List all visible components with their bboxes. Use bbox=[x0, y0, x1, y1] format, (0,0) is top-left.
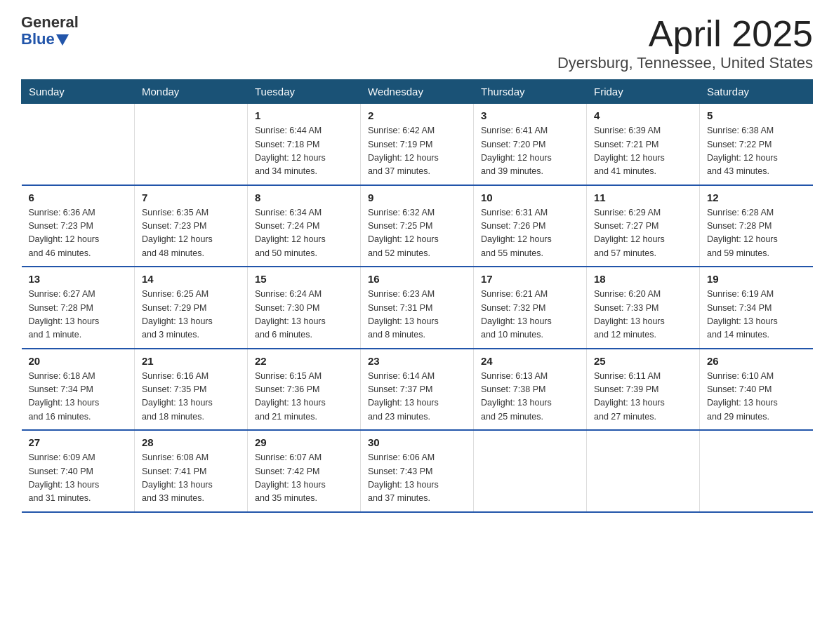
day-cell: 9Sunrise: 6:32 AM Sunset: 7:25 PM Daylig… bbox=[361, 185, 474, 267]
day-info: Sunrise: 6:41 AM Sunset: 7:20 PM Dayligh… bbox=[481, 124, 579, 179]
day-number: 11 bbox=[594, 192, 692, 203]
day-info: Sunrise: 6:24 AM Sunset: 7:30 PM Dayligh… bbox=[255, 288, 353, 342]
day-number: 3 bbox=[481, 109, 579, 121]
day-cell bbox=[587, 430, 700, 512]
day-cell: 7Sunrise: 6:35 AM Sunset: 7:23 PM Daylig… bbox=[135, 185, 248, 267]
day-number: 7 bbox=[142, 192, 240, 203]
header-cell-monday: Monday bbox=[135, 80, 248, 104]
page-subtitle: Dyersburg, Tennessee, United States bbox=[557, 54, 813, 72]
day-cell: 11Sunrise: 6:29 AM Sunset: 7:27 PM Dayli… bbox=[587, 185, 700, 267]
day-info: Sunrise: 6:20 AM Sunset: 7:33 PM Dayligh… bbox=[594, 288, 692, 342]
day-info: Sunrise: 6:29 AM Sunset: 7:27 PM Dayligh… bbox=[594, 206, 692, 261]
day-cell: 29Sunrise: 6:07 AM Sunset: 7:42 PM Dayli… bbox=[248, 430, 361, 512]
svg-marker-0 bbox=[56, 34, 69, 46]
day-number: 21 bbox=[142, 355, 240, 367]
day-number: 10 bbox=[481, 192, 579, 203]
day-number: 17 bbox=[481, 273, 579, 285]
day-number: 1 bbox=[255, 109, 353, 121]
day-info: Sunrise: 6:31 AM Sunset: 7:26 PM Dayligh… bbox=[481, 206, 579, 261]
day-cell: 8Sunrise: 6:34 AM Sunset: 7:24 PM Daylig… bbox=[248, 185, 361, 267]
day-cell: 3Sunrise: 6:41 AM Sunset: 7:20 PM Daylig… bbox=[474, 104, 587, 185]
day-info: Sunrise: 6:42 AM Sunset: 7:19 PM Dayligh… bbox=[368, 124, 466, 179]
day-cell: 5Sunrise: 6:38 AM Sunset: 7:22 PM Daylig… bbox=[700, 104, 813, 185]
day-info: Sunrise: 6:23 AM Sunset: 7:31 PM Dayligh… bbox=[368, 288, 466, 342]
title-block: April 2025 Dyersburg, Tennessee, United … bbox=[557, 14, 813, 72]
header-row: SundayMondayTuesdayWednesdayThursdayFrid… bbox=[22, 80, 813, 104]
day-number: 25 bbox=[594, 355, 692, 367]
day-number: 4 bbox=[594, 109, 692, 121]
day-number: 13 bbox=[29, 273, 128, 285]
day-info: Sunrise: 6:08 AM Sunset: 7:41 PM Dayligh… bbox=[142, 451, 240, 506]
day-number: 29 bbox=[255, 436, 353, 448]
day-cell bbox=[22, 104, 135, 185]
day-cell: 19Sunrise: 6:19 AM Sunset: 7:34 PM Dayli… bbox=[700, 267, 813, 349]
header-cell-tuesday: Tuesday bbox=[248, 80, 361, 104]
day-cell: 17Sunrise: 6:21 AM Sunset: 7:32 PM Dayli… bbox=[474, 267, 587, 349]
day-cell: 10Sunrise: 6:31 AM Sunset: 7:26 PM Dayli… bbox=[474, 185, 587, 267]
day-info: Sunrise: 6:38 AM Sunset: 7:22 PM Dayligh… bbox=[707, 124, 806, 179]
day-number: 18 bbox=[594, 273, 692, 285]
day-info: Sunrise: 6:06 AM Sunset: 7:43 PM Dayligh… bbox=[368, 451, 466, 506]
calendar-table: SundayMondayTuesdayWednesdayThursdayFrid… bbox=[21, 79, 813, 513]
day-cell: 1Sunrise: 6:44 AM Sunset: 7:18 PM Daylig… bbox=[248, 104, 361, 185]
week-row-2: 6Sunrise: 6:36 AM Sunset: 7:23 PM Daylig… bbox=[22, 185, 813, 267]
day-number: 14 bbox=[142, 273, 240, 285]
logo-triangle-icon bbox=[56, 34, 69, 46]
day-info: Sunrise: 6:28 AM Sunset: 7:28 PM Dayligh… bbox=[707, 206, 806, 261]
day-cell: 30Sunrise: 6:06 AM Sunset: 7:43 PM Dayli… bbox=[361, 430, 474, 512]
day-info: Sunrise: 6:34 AM Sunset: 7:24 PM Dayligh… bbox=[255, 206, 353, 261]
day-cell: 23Sunrise: 6:14 AM Sunset: 7:37 PM Dayli… bbox=[361, 349, 474, 431]
week-row-5: 27Sunrise: 6:09 AM Sunset: 7:40 PM Dayli… bbox=[22, 430, 813, 512]
day-number: 8 bbox=[255, 192, 353, 203]
day-number: 20 bbox=[29, 355, 128, 367]
logo-general-text: General bbox=[21, 14, 79, 31]
day-cell: 22Sunrise: 6:15 AM Sunset: 7:36 PM Dayli… bbox=[248, 349, 361, 431]
day-number: 23 bbox=[368, 355, 466, 367]
day-number: 28 bbox=[142, 436, 240, 448]
day-number: 22 bbox=[255, 355, 353, 367]
day-cell bbox=[700, 430, 813, 512]
header-cell-saturday: Saturday bbox=[700, 80, 813, 104]
day-cell: 28Sunrise: 6:08 AM Sunset: 7:41 PM Dayli… bbox=[135, 430, 248, 512]
day-number: 19 bbox=[707, 273, 806, 285]
day-info: Sunrise: 6:19 AM Sunset: 7:34 PM Dayligh… bbox=[707, 288, 806, 342]
day-cell: 14Sunrise: 6:25 AM Sunset: 7:29 PM Dayli… bbox=[135, 267, 248, 349]
day-cell: 13Sunrise: 6:27 AM Sunset: 7:28 PM Dayli… bbox=[22, 267, 135, 349]
day-number: 30 bbox=[368, 436, 466, 448]
calendar-header: SundayMondayTuesdayWednesdayThursdayFrid… bbox=[22, 80, 813, 104]
day-cell: 12Sunrise: 6:28 AM Sunset: 7:28 PM Dayli… bbox=[700, 185, 813, 267]
day-cell: 2Sunrise: 6:42 AM Sunset: 7:19 PM Daylig… bbox=[361, 104, 474, 185]
week-row-3: 13Sunrise: 6:27 AM Sunset: 7:28 PM Dayli… bbox=[22, 267, 813, 349]
day-info: Sunrise: 6:10 AM Sunset: 7:40 PM Dayligh… bbox=[707, 370, 806, 424]
day-number: 9 bbox=[368, 192, 466, 203]
day-cell bbox=[135, 104, 248, 185]
day-info: Sunrise: 6:39 AM Sunset: 7:21 PM Dayligh… bbox=[594, 124, 692, 179]
day-number: 5 bbox=[707, 109, 806, 121]
day-number: 16 bbox=[368, 273, 466, 285]
page-title: April 2025 bbox=[557, 14, 813, 54]
day-info: Sunrise: 6:25 AM Sunset: 7:29 PM Dayligh… bbox=[142, 288, 240, 342]
day-info: Sunrise: 6:35 AM Sunset: 7:23 PM Dayligh… bbox=[142, 206, 240, 261]
day-cell: 15Sunrise: 6:24 AM Sunset: 7:30 PM Dayli… bbox=[248, 267, 361, 349]
calendar-body: 1Sunrise: 6:44 AM Sunset: 7:18 PM Daylig… bbox=[22, 104, 813, 512]
day-info: Sunrise: 6:18 AM Sunset: 7:34 PM Dayligh… bbox=[29, 370, 128, 424]
day-info: Sunrise: 6:15 AM Sunset: 7:36 PM Dayligh… bbox=[255, 370, 353, 424]
day-info: Sunrise: 6:44 AM Sunset: 7:18 PM Dayligh… bbox=[255, 124, 353, 179]
day-info: Sunrise: 6:13 AM Sunset: 7:38 PM Dayligh… bbox=[481, 370, 579, 424]
day-cell: 6Sunrise: 6:36 AM Sunset: 7:23 PM Daylig… bbox=[22, 185, 135, 267]
day-number: 12 bbox=[707, 192, 806, 203]
day-cell: 26Sunrise: 6:10 AM Sunset: 7:40 PM Dayli… bbox=[700, 349, 813, 431]
day-number: 26 bbox=[707, 355, 806, 367]
day-number: 2 bbox=[368, 109, 466, 121]
day-info: Sunrise: 6:11 AM Sunset: 7:39 PM Dayligh… bbox=[594, 370, 692, 424]
day-info: Sunrise: 6:07 AM Sunset: 7:42 PM Dayligh… bbox=[255, 451, 353, 506]
header-cell-thursday: Thursday bbox=[474, 80, 587, 104]
day-cell: 24Sunrise: 6:13 AM Sunset: 7:38 PM Dayli… bbox=[474, 349, 587, 431]
logo-blue-text: Blue bbox=[21, 31, 55, 48]
header-cell-wednesday: Wednesday bbox=[361, 80, 474, 104]
day-info: Sunrise: 6:21 AM Sunset: 7:32 PM Dayligh… bbox=[481, 288, 579, 342]
header-cell-sunday: Sunday bbox=[22, 80, 135, 104]
day-number: 24 bbox=[481, 355, 579, 367]
day-cell: 25Sunrise: 6:11 AM Sunset: 7:39 PM Dayli… bbox=[587, 349, 700, 431]
day-info: Sunrise: 6:09 AM Sunset: 7:40 PM Dayligh… bbox=[29, 451, 128, 506]
